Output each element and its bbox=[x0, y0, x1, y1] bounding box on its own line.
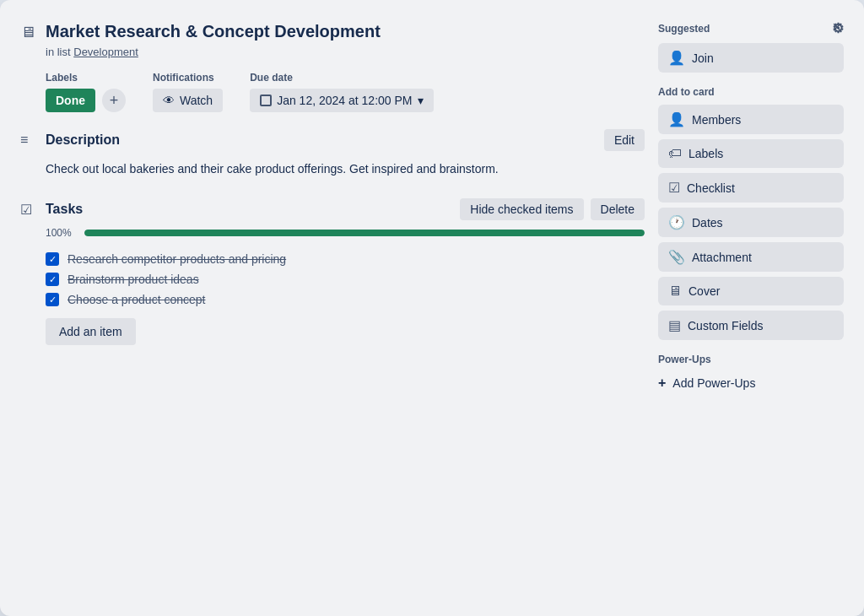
labels-label: Labels bbox=[688, 147, 723, 160]
custom-fields-icon: ▤ bbox=[668, 317, 681, 333]
labels-row: Done + bbox=[46, 89, 126, 112]
progress-bar-background bbox=[84, 230, 645, 236]
dates-label: Dates bbox=[692, 216, 723, 230]
hide-checked-button[interactable]: Hide checked items bbox=[460, 198, 583, 220]
due-date-button[interactable]: Jan 12, 2024 at 12:00 PM ▾ bbox=[250, 89, 433, 112]
add-power-ups-label: Add Power-Ups bbox=[672, 376, 755, 390]
card-type-icon: 🖥 bbox=[20, 24, 35, 41]
task-text-2: Brainstorm product ideas bbox=[68, 273, 199, 286]
due-date-field-label: Due date bbox=[250, 72, 433, 84]
add-to-card-label: Add to card bbox=[658, 86, 844, 98]
checklist-icon: ☑ bbox=[668, 180, 680, 196]
labels-button[interactable]: 🏷 Labels bbox=[658, 139, 844, 168]
checklist-button[interactable]: ☑ Checklist bbox=[658, 173, 844, 203]
fields-row: Labels Done + Notifications 👁 Watch bbox=[46, 72, 645, 112]
checklist-label: Checklist bbox=[687, 181, 735, 195]
main-content: 🖥 Market Research & Concept Development … bbox=[20, 20, 645, 596]
dates-icon: 🕐 bbox=[668, 214, 685, 230]
close-button[interactable]: × bbox=[824, 14, 850, 41]
task-checkbox-2[interactable]: ✓ bbox=[46, 273, 59, 286]
suggested-section-title: Suggested ⚙ bbox=[658, 20, 844, 36]
card-title: Market Research & Concept Development bbox=[46, 20, 645, 42]
check-icon-3: ✓ bbox=[49, 294, 57, 305]
tasks-header-row: ☑ Tasks Hide checked items Delete bbox=[46, 198, 645, 220]
tasks-icon: ☑ bbox=[20, 202, 39, 218]
list-prefix: in list bbox=[46, 46, 71, 58]
add-power-ups-button[interactable]: + Add Power-Ups bbox=[658, 372, 755, 394]
edit-description-button[interactable]: Edit bbox=[604, 129, 645, 151]
task-item: ✓ Brainstorm product ideas bbox=[46, 269, 645, 289]
task-item: ✓ Choose a product concept bbox=[46, 289, 645, 310]
add-power-ups-icon: + bbox=[658, 376, 666, 391]
task-item: ✓ Research competitor products and prici… bbox=[46, 249, 645, 269]
due-date-field-group: Due date Jan 12, 2024 at 12:00 PM ▾ bbox=[250, 72, 433, 112]
dates-button[interactable]: 🕐 Dates bbox=[658, 208, 844, 237]
progress-bar-fill bbox=[84, 230, 645, 236]
cover-label: Cover bbox=[688, 284, 720, 298]
custom-fields-label: Custom Fields bbox=[688, 319, 763, 332]
custom-fields-button[interactable]: ▤ Custom Fields bbox=[658, 311, 844, 340]
power-ups-label: Power-Ups bbox=[658, 354, 844, 365]
members-button[interactable]: 👤 Members bbox=[658, 105, 844, 134]
task-text-3: Choose a product concept bbox=[68, 293, 205, 306]
suggested-label: Suggested bbox=[658, 23, 710, 35]
members-icon: 👤 bbox=[668, 111, 685, 127]
description-header: ≡ Description Edit bbox=[46, 129, 645, 151]
card-list-info: in list Development bbox=[46, 46, 645, 58]
card-header: 🖥 Market Research & Concept Development … bbox=[20, 20, 645, 58]
task-checkbox-1[interactable]: ✓ bbox=[46, 252, 59, 266]
cover-icon: 🖥 bbox=[668, 284, 682, 299]
attachment-icon: 📎 bbox=[668, 249, 685, 265]
join-icon: 👤 bbox=[668, 50, 685, 66]
check-icon-2: ✓ bbox=[49, 274, 57, 285]
task-checkbox-3[interactable]: ✓ bbox=[46, 293, 59, 306]
due-date-checkbox[interactable] bbox=[260, 95, 272, 106]
list-name-link[interactable]: Development bbox=[73, 46, 138, 58]
description-section: ≡ Description Edit Check out local baker… bbox=[46, 129, 645, 178]
notifications-field-label: Notifications bbox=[153, 72, 223, 84]
progress-row: 100% bbox=[46, 227, 645, 239]
done-label-button[interactable]: Done bbox=[46, 89, 95, 112]
description-icon: ≡ bbox=[20, 132, 39, 148]
card-title-block: Market Research & Concept Development in… bbox=[46, 20, 645, 58]
delete-tasks-button[interactable]: Delete bbox=[591, 198, 645, 220]
tasks-section: ☑ Tasks Hide checked items Delete 100% bbox=[46, 198, 645, 345]
labels-field-group: Labels Done + bbox=[46, 72, 126, 112]
due-date-value: Jan 12, 2024 at 12:00 PM bbox=[277, 94, 412, 107]
notifications-field-group: Notifications 👁 Watch bbox=[153, 72, 223, 112]
task-text-1: Research competitor products and pricing bbox=[68, 252, 286, 266]
due-date-chevron: ▾ bbox=[418, 94, 424, 107]
attachment-label: Attachment bbox=[692, 251, 752, 264]
watch-label: Watch bbox=[180, 94, 213, 107]
labels-icon: 🏷 bbox=[668, 146, 682, 161]
watch-button[interactable]: 👁 Watch bbox=[153, 89, 223, 112]
tasks-title: Tasks bbox=[46, 202, 453, 217]
modal-body: 🖥 Market Research & Concept Development … bbox=[20, 20, 844, 596]
labels-field-label: Labels bbox=[46, 72, 126, 84]
task-list: ✓ Research competitor products and prici… bbox=[46, 249, 645, 310]
join-button[interactable]: 👤 Join bbox=[658, 43, 844, 73]
members-label: Members bbox=[692, 113, 741, 127]
join-label: Join bbox=[692, 51, 714, 65]
add-label-button[interactable]: + bbox=[102, 89, 126, 112]
check-icon-1: ✓ bbox=[49, 254, 57, 265]
card-modal: × 🖥 Market Research & Concept Developmen… bbox=[0, 0, 864, 616]
description-text: Check out local bakeries and their cake … bbox=[46, 159, 645, 178]
add-item-button[interactable]: Add an item bbox=[46, 318, 136, 345]
cover-button[interactable]: 🖥 Cover bbox=[658, 277, 844, 305]
description-title: Description bbox=[46, 132, 597, 148]
attachment-button[interactable]: 📎 Attachment bbox=[658, 242, 844, 272]
progress-percent: 100% bbox=[46, 227, 76, 239]
sidebar: Suggested ⚙ 👤 Join Add to card 👤 Members… bbox=[658, 20, 844, 596]
watch-icon: 👁 bbox=[163, 94, 175, 107]
